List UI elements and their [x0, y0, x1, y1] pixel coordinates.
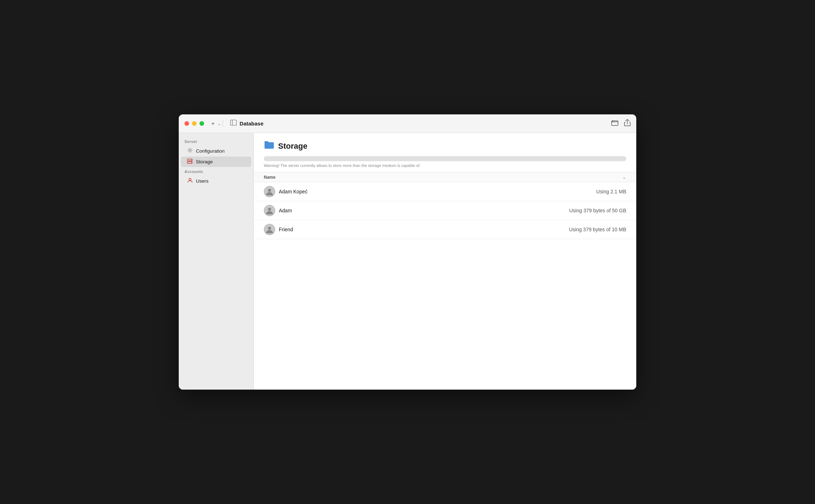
storage-icon: [187, 159, 193, 165]
svg-point-10: [268, 189, 271, 192]
add-button[interactable]: +: [210, 120, 216, 128]
sidebar-item-configuration[interactable]: Configuration: [181, 145, 251, 156]
avatar: [264, 186, 275, 197]
table-header-name: Name: [264, 175, 622, 180]
server-section-label: Server: [179, 137, 253, 145]
table-row[interactable]: Friend Using 379 bytes of 10 MB: [254, 220, 636, 239]
maximize-button[interactable]: [199, 121, 204, 126]
page-title: Storage: [278, 142, 307, 151]
gear-icon: [187, 148, 193, 154]
storage-progress-fill: [264, 156, 619, 161]
sidebar-item-storage[interactable]: Storage: [181, 157, 251, 167]
window-title: Database: [230, 120, 263, 127]
traffic-lights: [184, 121, 204, 126]
share-button[interactable]: [624, 119, 631, 128]
user-storage-info: Using 2.1 MB: [596, 189, 626, 194]
minimize-button[interactable]: [192, 121, 197, 126]
svg-rect-0: [231, 120, 237, 125]
svg-rect-2: [612, 121, 618, 125]
svg-point-7: [191, 162, 192, 163]
user-storage-info: Using 379 bytes of 10 MB: [569, 227, 626, 232]
storage-progress-bar: [264, 156, 626, 161]
user-list: Adam Kopeć Using 2.1 MB Adam Using 379 b…: [254, 182, 636, 239]
toolbar-actions: + ⌄: [210, 120, 221, 128]
svg-point-3: [189, 149, 191, 151]
svg-point-8: [189, 178, 191, 181]
window-title-label: Database: [239, 120, 263, 127]
toolbar-divider: [223, 120, 223, 127]
main-content-area: Storage Warning! The server currently al…: [254, 133, 636, 390]
svg-point-6: [191, 160, 192, 160]
main-window: + ⌄ Database: [179, 114, 636, 390]
avatar: [264, 205, 275, 216]
close-button[interactable]: [184, 121, 189, 126]
sort-chevron-icon[interactable]: ⌄: [622, 174, 626, 180]
avatar: [264, 224, 275, 235]
svg-point-12: [268, 208, 271, 211]
storage-folder-icon: [264, 140, 275, 152]
chevron-icon: ⌄: [217, 121, 221, 126]
sidebar-item-configuration-label: Configuration: [196, 148, 224, 154]
user-name: Adam Kopeć: [279, 189, 596, 194]
titlebar-right: [611, 119, 631, 128]
user-name: Adam: [279, 208, 569, 213]
user-name: Friend: [279, 227, 569, 232]
warning-text: Warning! The server currently allows to …: [264, 163, 626, 168]
reveal-in-finder-button[interactable]: [611, 119, 618, 128]
sidebar-item-users[interactable]: Users: [181, 176, 251, 186]
content-area: Server Configuration: [179, 133, 636, 390]
storage-warning-section: Warning! The server currently allows to …: [254, 156, 636, 172]
svg-point-14: [268, 227, 271, 230]
titlebar: + ⌄ Database: [179, 114, 636, 133]
sidebar-toggle-icon[interactable]: [230, 120, 237, 127]
sidebar-item-users-label: Users: [196, 178, 208, 184]
sidebar: Server Configuration: [179, 133, 254, 390]
user-storage-info: Using 379 bytes of 50 GB: [569, 208, 626, 213]
table-header: Name ⌄: [254, 172, 636, 182]
sidebar-item-storage-label: Storage: [196, 159, 213, 164]
table-row[interactable]: Adam Kopeć Using 2.1 MB: [254, 182, 636, 201]
accounts-section-label: Accounts: [179, 167, 253, 175]
table-row[interactable]: Adam Using 379 bytes of 50 GB: [254, 201, 636, 220]
page-header: Storage: [254, 133, 636, 156]
user-icon: [187, 178, 193, 184]
